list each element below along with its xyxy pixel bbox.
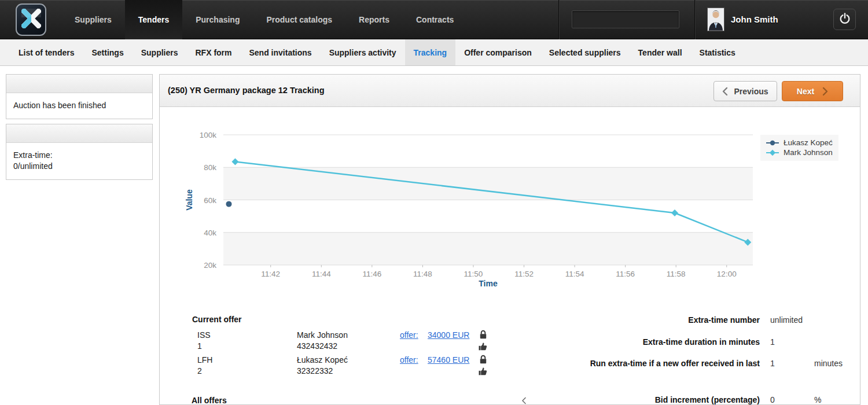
- tab-send-invitations[interactable]: Send invitations: [241, 39, 321, 65]
- tender-tabs: List of tenders Settings Suppliers RFX f…: [0, 39, 868, 66]
- x-tick-label: 11:46: [362, 270, 381, 278]
- tab-tender-wall[interactable]: Tender wall: [630, 39, 691, 65]
- extra-time-label: Extra-time:: [13, 150, 145, 161]
- legend-item-lukasz-kopec: Łukasz Kopeć: [764, 138, 833, 148]
- all-offers-collapse-button[interactable]: [521, 396, 527, 405]
- supplier-number: 32322332: [297, 366, 348, 377]
- logout-button[interactable]: [833, 9, 856, 30]
- chart-canvas: 20k40k60k80k100k11:4211:4411:4611:4811:5…: [183, 127, 767, 297]
- legend-circle-marker-icon: [764, 139, 781, 146]
- bid-increment-label: Bid increment (percentage): [528, 395, 760, 404]
- x-tick-label: 11:42: [261, 270, 280, 278]
- topbar-divider: [558, 0, 559, 39]
- x-tick-label: 11:48: [413, 270, 432, 278]
- user-menu[interactable]: John Smith: [707, 8, 778, 31]
- run-extra-time-unit: minutes: [814, 359, 843, 368]
- y-tick-label: 60k: [204, 196, 216, 205]
- y-tick-label: 100k: [200, 131, 217, 139]
- data-point-diamond: [770, 149, 775, 155]
- tab-selected-suppliers[interactable]: Selected suppliers: [540, 39, 630, 65]
- data-point-diamond: [231, 158, 238, 165]
- offer-value-link[interactable]: 34000 EUR: [428, 330, 469, 340]
- lock-icon[interactable]: [479, 355, 487, 367]
- extra-time-box-header: [6, 124, 152, 143]
- y-tick-label: 80k: [204, 163, 216, 172]
- run-extra-time-value: 1: [770, 359, 775, 368]
- x-tick-label: 11:44: [312, 270, 331, 278]
- x-tick-label: 11:50: [464, 270, 483, 278]
- x-axis-title: Time: [479, 279, 498, 288]
- x-logo-icon: [21, 9, 41, 31]
- avatar: [707, 8, 724, 31]
- search-input[interactable]: [572, 10, 679, 28]
- nav-product-catalogs[interactable]: Product catalogs: [253, 0, 345, 39]
- offer-link[interactable]: offer:: [400, 355, 418, 365]
- next-button-label: Next: [797, 87, 814, 96]
- legend-diamond-marker-icon: [764, 149, 781, 156]
- tab-offer-comparison[interactable]: Offer comparison: [455, 39, 540, 65]
- chevron-left-icon: [722, 87, 728, 96]
- bid-increment-unit: %: [814, 395, 821, 404]
- data-point-diamond: [671, 209, 678, 216]
- next-button[interactable]: Next: [782, 81, 843, 101]
- tab-suppliers-activity[interactable]: Suppliers activity: [321, 39, 405, 65]
- top-bar: Suppliers Tenders Purchasing Product cat…: [0, 0, 868, 39]
- tab-suppliers[interactable]: Suppliers: [133, 39, 187, 65]
- data-point-circle: [770, 140, 775, 145]
- offer-value-link[interactable]: 57460 EUR: [428, 355, 469, 365]
- chevron-right-icon: [822, 87, 828, 96]
- thumbs-up-icon[interactable]: [479, 367, 488, 379]
- extra-time-number-label: Extra-time number: [528, 315, 760, 325]
- nav-suppliers[interactable]: Suppliers: [61, 0, 125, 39]
- auction-status-text: Auction has been finished: [13, 100, 145, 111]
- supplier-code: ISS: [197, 330, 211, 341]
- tab-statistics[interactable]: Statistics: [691, 39, 744, 65]
- chart-legend: Łukasz Kopeć Mark Johnson: [760, 135, 838, 161]
- auction-status-box-header: [6, 75, 152, 93]
- tab-settings[interactable]: Settings: [83, 39, 132, 65]
- tab-tracking[interactable]: Tracking: [405, 39, 456, 65]
- previous-button[interactable]: Previous: [713, 81, 777, 101]
- panel-header: (250) YR Germany package 12 Tracking Pre…: [160, 75, 860, 107]
- tracking-chart: 20k40k60k80k100k11:4211:4411:4611:4811:5…: [183, 127, 767, 297]
- x-tick-label: 11:52: [514, 270, 534, 278]
- legend-label: Mark Johnson: [784, 148, 833, 157]
- tab-rfx-form[interactable]: RFX form: [187, 39, 241, 65]
- legend-label: Łukasz Kopeć: [784, 138, 833, 148]
- lock-icon[interactable]: [479, 330, 487, 342]
- all-offers-heading: All offers: [192, 396, 227, 405]
- supplier-rank: 2: [197, 366, 212, 377]
- supplier-code: LFH: [197, 355, 212, 366]
- legend-item-mark-johnson: Mark Johnson: [764, 148, 833, 157]
- x-tick-label: 11:54: [565, 270, 584, 278]
- plot-band: [223, 167, 753, 200]
- x-tick-label: 11:58: [667, 270, 686, 278]
- supplier-rank: 1: [197, 341, 211, 352]
- offer-link[interactable]: offer:: [400, 330, 418, 340]
- nav-contracts[interactable]: Contracts: [403, 0, 467, 39]
- nav-reports[interactable]: Reports: [345, 0, 403, 39]
- y-tick-label: 40k: [204, 229, 216, 237]
- run-extra-time-label: Run extra-time if a new offer received i…: [528, 359, 760, 368]
- extra-time-duration-label: Extra-time duration in minutes: [528, 337, 760, 347]
- extra-time-value: 0/unlimited: [13, 161, 145, 172]
- app-logo[interactable]: [16, 3, 46, 36]
- extra-time-number-value: unlimited: [770, 315, 803, 325]
- supplier-number: 432432432: [297, 341, 348, 352]
- data-point-circle: [226, 201, 231, 207]
- extra-time-box: Extra-time: 0/unlimited: [6, 124, 153, 180]
- nav-tenders[interactable]: Tenders: [125, 0, 182, 39]
- user-name: John Smith: [731, 14, 778, 24]
- supplier-name: Mark Johnson: [297, 330, 348, 341]
- current-offer-heading: Current offer: [192, 315, 242, 324]
- supplier-name: Łukasz Kopeć: [297, 355, 348, 366]
- thumbs-up-icon[interactable]: [479, 342, 488, 354]
- y-axis-title: Value: [185, 189, 194, 211]
- topbar-divider: [694, 0, 695, 39]
- top-navigation: Suppliers Tenders Purchasing Product cat…: [61, 0, 467, 39]
- x-tick-label: 11:56: [616, 270, 635, 278]
- bid-increment-value: 0: [770, 395, 775, 404]
- nav-purchasing[interactable]: Purchasing: [182, 0, 253, 39]
- tab-list-of-tenders[interactable]: List of tenders: [10, 39, 83, 65]
- y-tick-label: 20k: [204, 261, 216, 270]
